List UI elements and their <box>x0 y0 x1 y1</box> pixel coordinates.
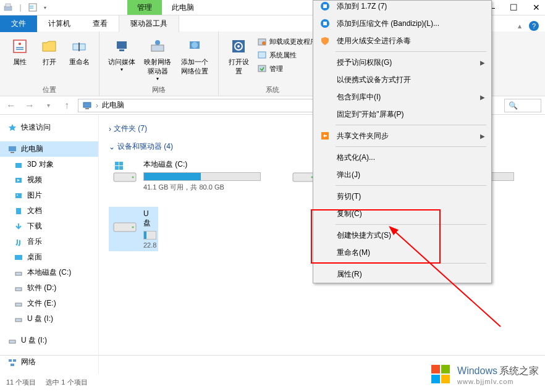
drive-free-text: 22.8 <box>143 241 156 249</box>
address-bar[interactable]: › 此电脑 <box>78 99 352 112</box>
svg-point-31 <box>17 194 18 196</box>
forward-button[interactable]: → <box>22 98 37 113</box>
window-title: 此电脑 <box>162 0 204 15</box>
tab-drive-tools[interactable]: 驱动器工具 <box>119 15 179 32</box>
context-menu-item[interactable]: 共享文件夹同步▶ <box>313 127 491 144</box>
svg-point-6 <box>19 43 21 45</box>
svg-rect-61 <box>441 365 450 373</box>
access-media-button[interactable]: 访问媒体▾ <box>106 34 138 75</box>
context-menu-item[interactable]: 包含到库中(I)▶ <box>313 88 491 106</box>
tab-file[interactable]: 文件 <box>0 15 37 32</box>
context-menu-item[interactable]: 创建快捷方式(S) <box>313 227 491 244</box>
manage-contextual-tab[interactable]: 管理 <box>127 0 162 15</box>
sidebar-item[interactable]: 3D 对象 <box>0 157 98 172</box>
sidebar-this-pc[interactable]: 此电脑 <box>0 141 98 157</box>
collapse-ribbon-icon[interactable]: ▴ <box>518 22 522 30</box>
menu-item-icon <box>319 109 331 120</box>
rename-button[interactable]: 重命名 <box>65 34 93 69</box>
context-menu-item[interactable]: 添加到 1.7Z (7) <box>313 1 491 15</box>
tab-view[interactable]: 查看 <box>82 15 119 32</box>
menu-item-label: 剪切(T) <box>337 191 361 202</box>
drive-name: 本地磁盘 (C:) <box>143 159 261 170</box>
sidebar-item[interactable]: 本地磁盘 (C:) <box>0 265 98 280</box>
context-menu-item[interactable]: 复制(C) <box>313 205 491 222</box>
svg-point-14 <box>155 40 160 45</box>
back-button[interactable]: ← <box>4 98 19 113</box>
sidebar-item-icon <box>14 283 23 293</box>
sidebar-item[interactable]: 文件 (E:) <box>0 296 98 311</box>
properties-button[interactable]: 属性 <box>6 34 33 69</box>
sidebar-item-icon <box>14 160 23 170</box>
sidebar-item[interactable]: 图片 <box>0 188 98 203</box>
menu-item-icon <box>319 35 331 46</box>
wm-windows: Windows <box>457 365 497 376</box>
pc-icon <box>7 144 17 154</box>
manage-button[interactable]: 管理 <box>255 62 319 75</box>
context-menu-item[interactable]: 固定到"开始"屏幕(P) <box>313 106 491 123</box>
sidebar-item[interactable]: 桌面 <box>0 249 98 265</box>
sidebar-usb[interactable]: U 盘 (I:) <box>0 333 98 348</box>
tab-computer[interactable]: 计算机 <box>37 15 82 32</box>
context-menu-item[interactable]: 弹出(J) <box>313 166 491 183</box>
contextual-tabs: 管理 此电脑 <box>127 0 204 15</box>
map-drive-button[interactable]: 映射网络驱动器▾ <box>140 34 175 84</box>
sidebar-item[interactable]: 音乐 <box>0 234 98 249</box>
ribbon-group-location: 属性 打开 重命名 位置 <box>0 31 99 96</box>
menu-item-icon <box>319 57 331 68</box>
sidebar-item[interactable]: 文档 <box>0 203 98 219</box>
add-network-location-button[interactable]: 添加一个网络位置 <box>177 34 212 78</box>
help-icon[interactable]: ? <box>529 21 539 31</box>
context-menu-item[interactable]: 格式化(A)... <box>313 149 491 166</box>
menu-item-icon <box>319 191 331 202</box>
qat-dropdown-icon[interactable]: ▾ <box>40 2 51 13</box>
svg-rect-62 <box>431 375 440 383</box>
sidebar-item-label: 软件 (D:) <box>27 283 56 293</box>
properties-icon <box>10 36 30 56</box>
system-properties-button[interactable]: 系统属性 <box>255 49 319 61</box>
uninstall-button[interactable]: 卸载或更改程序 <box>255 35 319 48</box>
recent-dropdown[interactable]: ▾ <box>41 98 56 113</box>
up-button[interactable]: ↑ <box>59 98 74 113</box>
context-menu-item[interactable]: 使用火绒安全进行杀毒 <box>313 32 491 49</box>
context-menu-item[interactable]: 重命名(M) <box>313 244 491 261</box>
drive-free-text: 41.1 GB 可用，共 80.0 GB <box>143 183 261 192</box>
drive-icon <box>111 159 138 184</box>
svg-rect-30 <box>15 193 22 198</box>
search-box[interactable]: 🔍 <box>504 99 541 112</box>
qat-properties-icon[interactable] <box>27 2 38 13</box>
sidebar-item-icon <box>14 299 23 309</box>
quick-access-toolbar: | ▾ <box>0 2 53 13</box>
window-controls: — ☐ ✕ <box>486 2 540 12</box>
menu-item-label: 格式化(A)... <box>337 152 375 163</box>
drive-item[interactable]: 本地磁盘 (C:) 41.1 GB 可用，共 80.0 GB <box>109 157 263 203</box>
svg-rect-24 <box>83 102 91 107</box>
sidebar-item-label: 下载 <box>27 221 42 231</box>
maximize-button[interactable]: ☐ <box>510 2 518 12</box>
wm-url: www.bjjmlv.com <box>457 378 539 385</box>
close-button[interactable]: ✕ <box>533 2 540 12</box>
open-button[interactable]: 打开 <box>36 34 63 69</box>
context-menu-item[interactable]: 以便携式设备方式打开 <box>313 71 491 88</box>
svg-rect-63 <box>441 375 450 383</box>
menu-item-icon <box>319 18 331 29</box>
context-menu-item[interactable]: 属性(R) <box>313 265 491 283</box>
media-label: 访问媒体 <box>108 57 135 67</box>
context-menu-item[interactable]: 授予访问权限(G)▶ <box>313 54 491 71</box>
sidebar-item[interactable]: 软件 (D:) <box>0 280 98 296</box>
svg-rect-28 <box>15 163 22 168</box>
open-settings-button[interactable]: 打开设置 <box>225 34 252 78</box>
menu-separator <box>336 51 486 52</box>
manage-label: 管理 <box>269 64 283 73</box>
sidebar-item-label: 文件 (E:) <box>27 298 56 309</box>
sidebar-item[interactable]: 下载 <box>0 219 98 234</box>
menu-item-label: 添加到压缩文件 (Bandizip)(L)... <box>337 19 439 29</box>
sidebar-item[interactable]: 视频 <box>0 172 98 188</box>
sidebar-quick-access[interactable]: 快速访问 <box>0 120 98 135</box>
context-menu-item[interactable]: 剪切(T) <box>313 188 491 205</box>
sidebar-item[interactable]: U 盘 (I:) <box>0 311 98 327</box>
network-location-icon <box>185 36 205 56</box>
drive-item[interactable]: U 盘 22.8 <box>109 207 158 251</box>
breadcrumb-this-pc[interactable]: 此电脑 <box>102 100 124 111</box>
context-menu-item[interactable]: 添加到压缩文件 (Bandizip)(L)... <box>313 15 491 32</box>
menu-item-label: 包含到库中(I) <box>337 92 381 102</box>
